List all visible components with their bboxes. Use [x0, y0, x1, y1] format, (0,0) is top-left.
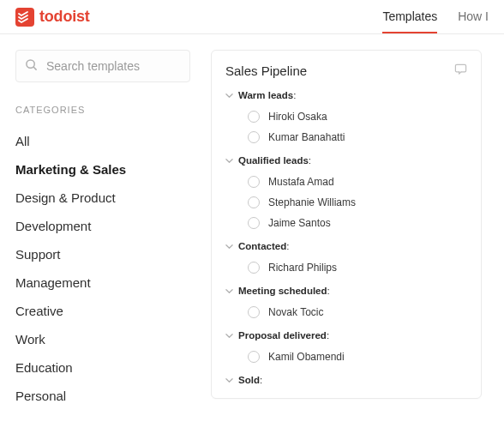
- section-colon: :: [260, 375, 262, 385]
- task-item[interactable]: Kamil Obamendi: [248, 347, 467, 367]
- card-header: Sales Pipeline: [225, 63, 467, 79]
- section-header[interactable]: Contacted:: [225, 238, 467, 254]
- main: CATEGORIES AllMarketing & SalesDesign & …: [0, 34, 504, 410]
- task-list: Mustafa AmadStephanie WilliamsJaime Sant…: [225, 172, 467, 233]
- task-list: Kamil Obamendi: [225, 347, 467, 367]
- sidebar: CATEGORIES AllMarketing & SalesDesign & …: [0, 50, 206, 410]
- category-item[interactable]: Work: [15, 325, 190, 353]
- task-label: Novak Tocic: [268, 306, 323, 318]
- section-name: Proposal delivered:: [238, 330, 329, 341]
- section-colon: :: [309, 155, 311, 166]
- category-item[interactable]: Education: [15, 353, 190, 382]
- search-input[interactable]: [46, 59, 181, 73]
- nav-how[interactable]: How I: [458, 9, 489, 25]
- section-header[interactable]: Qualified leads:: [225, 153, 467, 168]
- app-header: todoist Templates How I: [0, 0, 504, 34]
- task-checkbox[interactable]: [248, 262, 260, 274]
- task-item[interactable]: Richard Philips: [248, 257, 467, 278]
- svg-rect-3: [455, 64, 465, 71]
- task-item[interactable]: Novak Tocic: [248, 302, 467, 322]
- brand-name: todoist: [39, 8, 90, 26]
- category-item[interactable]: Personal: [15, 382, 190, 410]
- categories-heading: CATEGORIES: [15, 105, 190, 115]
- task-label: Mustafa Amad: [268, 176, 334, 188]
- category-item[interactable]: Design & Product: [15, 184, 190, 212]
- chevron-down-icon: [225, 157, 233, 165]
- task-item[interactable]: Stephanie Williams: [248, 192, 467, 213]
- section-name: Contacted:: [238, 241, 289, 251]
- comment-icon[interactable]: [454, 63, 467, 79]
- card-title: Sales Pipeline: [225, 63, 307, 78]
- task-item[interactable]: Mustafa Amad: [248, 172, 467, 192]
- category-item[interactable]: Marketing & Sales: [15, 155, 190, 184]
- section-colon: :: [286, 241, 289, 251]
- task-label: Hiroki Osaka: [268, 111, 327, 123]
- section-colon: :: [327, 330, 329, 341]
- chevron-down-icon: [225, 332, 233, 340]
- task-list: Hiroki OsakaKumar Banahatti: [225, 106, 467, 148]
- task-checkbox[interactable]: [248, 351, 260, 363]
- section: Warm leads:Hiroki OsakaKumar Banahatti: [225, 87, 467, 148]
- section-header[interactable]: Warm leads:: [225, 87, 467, 103]
- logo[interactable]: todoist: [15, 8, 90, 27]
- section-name: Qualified leads:: [238, 155, 311, 166]
- section-colon: :: [293, 90, 296, 100]
- task-list: Novak Tocic: [225, 302, 467, 322]
- category-item[interactable]: All: [15, 127, 190, 155]
- task-label: Richard Philips: [268, 262, 337, 274]
- category-item[interactable]: Creative: [15, 297, 190, 325]
- chevron-down-icon: [225, 377, 233, 384]
- section-header[interactable]: Meeting scheduled:: [225, 283, 467, 298]
- task-label: Kumar Banahatti: [268, 131, 345, 143]
- category-item[interactable]: Development: [15, 212, 190, 240]
- section-name: Warm leads:: [238, 90, 296, 100]
- section: Qualified leads:Mustafa AmadStephanie Wi…: [225, 153, 467, 233]
- content: Sales Pipeline Warm leads:Hiroki OsakaKu…: [206, 50, 504, 410]
- section-colon: :: [327, 286, 330, 296]
- task-checkbox[interactable]: [248, 131, 260, 143]
- task-list: Richard Philips: [225, 257, 467, 278]
- sections-container: Warm leads:Hiroki OsakaKumar BanahattiQu…: [225, 87, 467, 388]
- task-label: Kamil Obamendi: [268, 351, 345, 363]
- task-checkbox[interactable]: [248, 111, 260, 123]
- section: Contacted:Richard Philips: [225, 238, 467, 278]
- section-header[interactable]: Proposal delivered:: [225, 328, 467, 343]
- section-header[interactable]: Sold:: [225, 372, 467, 388]
- task-checkbox[interactable]: [248, 176, 260, 188]
- chevron-down-icon: [225, 92, 233, 99]
- template-card: Sales Pipeline Warm leads:Hiroki OsakaKu…: [211, 50, 482, 399]
- category-item[interactable]: Management: [15, 268, 190, 297]
- section: Sold:: [225, 372, 467, 388]
- chevron-down-icon: [225, 243, 233, 250]
- section: Proposal delivered:Kamil Obamendi: [225, 328, 467, 367]
- nav-templates[interactable]: Templates: [382, 9, 437, 25]
- svg-line-2: [33, 67, 36, 69]
- top-nav: Templates How I: [382, 9, 489, 25]
- task-checkbox[interactable]: [248, 196, 260, 208]
- search-box[interactable]: [15, 50, 190, 82]
- chevron-down-icon: [225, 287, 233, 295]
- task-label: Stephanie Williams: [268, 196, 356, 208]
- task-item[interactable]: Jaime Santos: [248, 213, 467, 233]
- section-name: Sold:: [238, 375, 262, 385]
- todoist-logo-icon: [15, 8, 34, 27]
- task-checkbox[interactable]: [248, 306, 260, 318]
- task-item[interactable]: Kumar Banahatti: [248, 127, 467, 148]
- section: Meeting scheduled:Novak Tocic: [225, 283, 467, 322]
- task-item[interactable]: Hiroki Osaka: [248, 106, 467, 127]
- category-item[interactable]: Support: [15, 240, 190, 268]
- categories-list: AllMarketing & SalesDesign & ProductDeve…: [15, 127, 190, 410]
- search-icon: [25, 58, 38, 75]
- section-name: Meeting scheduled:: [238, 286, 330, 296]
- task-label: Jaime Santos: [268, 217, 331, 229]
- task-checkbox[interactable]: [248, 217, 260, 229]
